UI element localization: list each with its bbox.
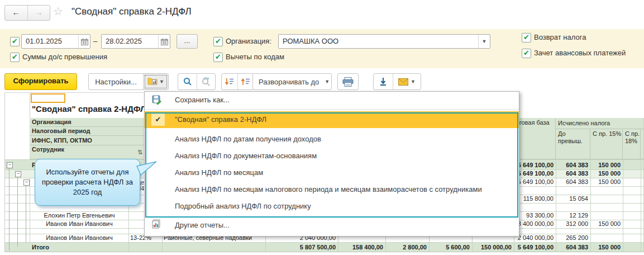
collapse-expand-group bbox=[221, 73, 254, 90]
cancel-search-button[interactable] bbox=[197, 74, 215, 89]
cell-value: 3 400 000,00 bbox=[514, 220, 554, 228]
cell-value: 150 000 bbox=[591, 220, 621, 228]
download-icon bbox=[379, 77, 388, 86]
total-value: 5 807 500,00 bbox=[266, 243, 336, 252]
cell-value: 312 000 bbox=[556, 220, 588, 228]
sort-icon: ⇅ bbox=[137, 149, 142, 156]
cell-value: 115 800,00 bbox=[514, 195, 554, 203]
other-reports-icon bbox=[152, 219, 160, 231]
collapse-rows-icon bbox=[225, 77, 235, 86]
menu-item-report-variant[interactable]: Анализ НДФЛ по документам-основаниям bbox=[175, 148, 317, 164]
menu-item-report-variant[interactable]: Анализ НДФЛ по месяцам bbox=[175, 164, 263, 181]
grid-line bbox=[4, 92, 144, 93]
save-file-button[interactable] bbox=[374, 74, 393, 89]
cell-value: 5 649 100,00 bbox=[514, 169, 554, 178]
period-to-value[interactable]: 28.02.2025 bbox=[102, 35, 158, 48]
menu-item-other-reports[interactable]: Другие отчеты... bbox=[175, 218, 230, 233]
report-variant-icon bbox=[147, 77, 158, 87]
cell-value: 265 200 bbox=[556, 234, 588, 242]
sums-excess-label: Суммы до/с превышения bbox=[22, 52, 107, 62]
cell-value: 150 000 bbox=[591, 160, 621, 169]
menu-item-report-variant[interactable]: Подробный анализ НДФЛ по сотруднику bbox=[175, 198, 311, 215]
report-variants-menu: Сохранить как... ✔ "Сводная" справка 2-Н… bbox=[144, 91, 519, 237]
menu-check-icon: ✔ bbox=[151, 114, 165, 126]
callout-bubble: Используйте отчеты для проверки расчета … bbox=[35, 159, 140, 206]
save-send-group: ▼ bbox=[373, 73, 421, 90]
tree-line bbox=[9, 168, 9, 251]
page-title: "Сводная" справка 2-НДФЛ bbox=[71, 6, 192, 17]
cell-value: 2 040 000,00 bbox=[514, 234, 554, 242]
tree-expander[interactable]: − bbox=[15, 171, 21, 177]
callout-text: Используйте отчеты для проверки расчета … bbox=[39, 167, 136, 198]
tree-expander[interactable]: − bbox=[23, 180, 30, 186]
tree-expander[interactable]: − bbox=[7, 162, 13, 168]
calendar-icon[interactable] bbox=[78, 35, 90, 48]
favorite-star-icon[interactable]: ☆ bbox=[53, 4, 63, 18]
cell-value: 15 054 bbox=[556, 195, 588, 203]
chevron-down-icon[interactable]: ▼ bbox=[478, 35, 490, 48]
menu-item-report-variant[interactable]: "Сводная" справка 2-НДФЛ bbox=[175, 111, 266, 128]
advance-offset-checkbox[interactable]: ✔ bbox=[522, 49, 531, 58]
period-to-field[interactable]: 28.02.2025 bbox=[101, 34, 170, 49]
settings-group: Настройки... ▼ bbox=[88, 73, 169, 90]
period-checkbox[interactable]: ✔ bbox=[10, 37, 20, 46]
menu-item-report-variant[interactable]: Анализ НДФЛ по месяцам налогового период… bbox=[175, 181, 482, 198]
cell-value: 150 000 bbox=[591, 178, 621, 186]
cell-value: 604 383 bbox=[556, 169, 588, 178]
expand-to-button[interactable]: Разворачивать до ▼ bbox=[252, 73, 332, 90]
print-button[interactable] bbox=[337, 73, 359, 90]
search-icon bbox=[183, 77, 192, 86]
menu-separator bbox=[145, 110, 519, 110]
period-more-button[interactable]: ... bbox=[176, 34, 198, 49]
search-button[interactable] bbox=[178, 74, 197, 89]
organization-combobox[interactable]: РОМАШКА ООО ▼ bbox=[278, 34, 490, 49]
tax-refund-checkbox[interactable]: ✔ bbox=[522, 33, 531, 42]
selected-cell[interactable] bbox=[31, 93, 65, 103]
organization-checkbox[interactable]: ✔ bbox=[213, 37, 223, 46]
sums-excess-checkbox[interactable]: ✔ bbox=[10, 53, 20, 62]
settings-label: Настройки... bbox=[89, 78, 142, 86]
cell-employee-name: Елохин Петр Евгеньевич bbox=[30, 211, 128, 220]
expand-to-label: Разворачивать до bbox=[253, 78, 325, 86]
save-as-icon bbox=[152, 95, 161, 107]
cell-value: 150 000 bbox=[591, 169, 621, 178]
deductions-by-codes-label: Вычеты по кодам bbox=[226, 52, 284, 62]
cell-value: 93 300,00 bbox=[514, 211, 554, 220]
organization-value[interactable]: РОМАШКА ООО bbox=[279, 35, 478, 48]
envelope-icon bbox=[398, 78, 408, 86]
send-email-button[interactable]: ▼ bbox=[393, 74, 421, 89]
grid-line bbox=[4, 252, 644, 252]
advance-offset-label: Зачет авансовых платежей bbox=[534, 48, 626, 58]
menu-item-save-as[interactable]: Сохранить как... bbox=[175, 96, 230, 104]
back-button[interactable]: ← bbox=[5, 6, 28, 20]
cell-value: 5 649 100,00 bbox=[514, 160, 554, 169]
total-value: 5 600,00 bbox=[430, 243, 470, 252]
cell-value: 604 383 bbox=[556, 160, 588, 169]
collapse-rows-button[interactable] bbox=[222, 74, 237, 89]
generate-button[interactable]: Сформировать bbox=[4, 73, 77, 90]
tree-line bbox=[26, 186, 26, 242]
nav-buttons: ← → bbox=[4, 5, 50, 21]
expand-rows-button[interactable] bbox=[238, 74, 253, 89]
period-dash: – bbox=[93, 36, 97, 46]
total-value: 150 000,00 bbox=[473, 243, 512, 252]
cell-value: 5 649 100,00 bbox=[514, 178, 554, 186]
menu-item-report-variant[interactable]: Анализ НДФЛ по датам получения доходов bbox=[175, 131, 321, 148]
total-value: 5 649 100,00 bbox=[514, 243, 554, 252]
header-pr15: С пр. 15% bbox=[590, 129, 623, 159]
period-from-value[interactable]: 01.01.2025 bbox=[22, 35, 78, 48]
grid-line bbox=[623, 159, 623, 252]
total-label: Итого bbox=[32, 243, 127, 252]
report-variant-button[interactable]: ▼ bbox=[144, 74, 168, 89]
period-from-field[interactable]: 01.01.2025 bbox=[21, 34, 90, 49]
calendar-icon[interactable] bbox=[158, 35, 170, 48]
organization-label: Организация: bbox=[226, 36, 271, 46]
forward-button[interactable]: → bbox=[28, 6, 50, 20]
total-value: 150 000 bbox=[591, 243, 621, 252]
cell-employee-name: Иванов Иван Иванович bbox=[30, 220, 128, 228]
deductions-by-codes-checkbox[interactable]: ✔ bbox=[213, 53, 223, 62]
search-group bbox=[178, 73, 216, 90]
total-value: 2 800,00 bbox=[386, 243, 427, 252]
header-pr18: С пр. 18% bbox=[623, 129, 641, 159]
settings-button[interactable]: Настройки... bbox=[89, 74, 143, 89]
